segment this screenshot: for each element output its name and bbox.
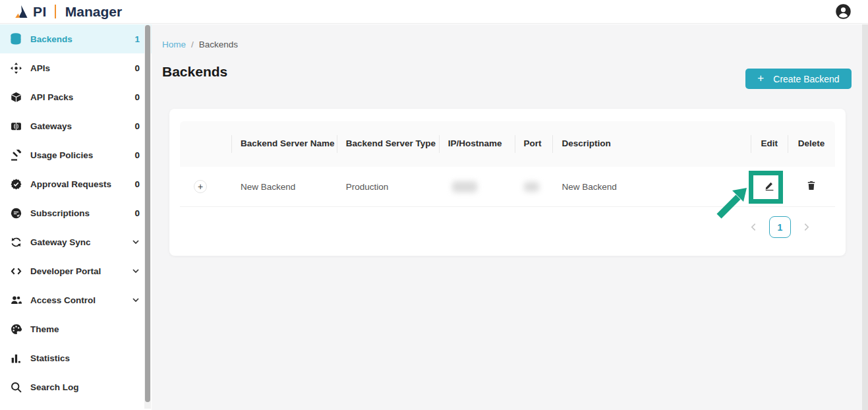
pagination-page-1[interactable]: 1 (769, 216, 791, 238)
badge-check-icon (10, 178, 22, 190)
column-port: Port (515, 121, 553, 167)
bar-chart-icon (10, 352, 22, 364)
column-backend-server-name: Backend Server Name (231, 121, 337, 167)
app-logo: PI Manager (14, 4, 122, 20)
sidebar-item-approval-requests[interactable]: Approval Requests 0 (0, 169, 152, 198)
pagination-prev-button[interactable] (749, 223, 758, 231)
sidebar-item-statistics[interactable]: Statistics (0, 343, 152, 372)
cell-description: New Backend (552, 182, 751, 192)
column-expand (180, 121, 231, 167)
top-header: PI Manager (0, 0, 868, 24)
sidebar-item-count: 0 (134, 92, 140, 102)
pagination: 1 (180, 216, 835, 238)
page-scrollbar-track[interactable] (862, 24, 868, 410)
breadcrumb-separator: / (191, 40, 194, 49)
sidebar-item-search-log[interactable]: Search Log (0, 372, 152, 401)
logo-divider (55, 5, 56, 18)
redacted-port-blur (524, 182, 539, 192)
sidebar-item-gateways[interactable]: Gateways 0 (0, 111, 152, 140)
sidebar-item-count: 0 (134, 121, 140, 131)
sidebar-item-theme[interactable]: Theme (0, 314, 152, 343)
main-content: Home / Backends Backends + Create Backen… (152, 24, 868, 410)
sidebar-item-count: 0 (134, 208, 140, 218)
edit-button[interactable] (761, 177, 778, 196)
sidebar-item-label: API Packs (30, 92, 73, 102)
cell-backend-server-name: New Backend (231, 182, 337, 192)
sidebar-item-label: Gateway Sync (30, 237, 91, 247)
sidebar-item-subscriptions[interactable]: Subscriptions 0 (0, 198, 152, 227)
sidebar-item-api-packs[interactable]: API Packs 0 (0, 82, 152, 111)
sidebar-scrollbar-thumb[interactable] (145, 25, 150, 402)
apis-move-icon (10, 62, 22, 74)
sidebar-item-apis[interactable]: APIs 0 (0, 53, 152, 82)
backends-table-card: Backend Server Name Backend Server Type … (169, 109, 846, 256)
search-icon (10, 381, 22, 393)
package-icon (10, 91, 22, 103)
pencil-icon (764, 180, 775, 193)
user-avatar-icon[interactable] (835, 3, 852, 20)
delete-button[interactable] (803, 177, 819, 196)
trash-icon (806, 180, 817, 193)
sidebar-scrollbar-track[interactable] (144, 25, 151, 409)
column-backend-server-type: Backend Server Type (337, 121, 439, 167)
sidebar-item-usage-policies[interactable]: Usage Policies 0 (0, 140, 152, 169)
sidebar-item-label: Search Log (30, 382, 79, 392)
chevron-down-icon (132, 267, 140, 275)
cell-backend-server-type: Production (337, 182, 439, 192)
sidebar-item-label: APIs (30, 63, 50, 73)
breadcrumb-current: Backends (199, 40, 238, 49)
sidebar-item-count: 0 (134, 179, 140, 189)
sidebar-item-label: Statistics (30, 353, 70, 363)
column-delete: Delete (788, 121, 835, 167)
sidebar-item-gateway-sync[interactable]: Gateway Sync (0, 227, 152, 256)
cell-ip-hostname (439, 181, 515, 192)
breadcrumb-home-link[interactable]: Home (162, 40, 186, 49)
sidebar-item-label: Access Control (30, 295, 96, 305)
column-description: Description (552, 121, 751, 167)
sidebar-item-label: Subscriptions (30, 208, 90, 218)
cell-port (515, 182, 553, 192)
palette-icon (10, 323, 22, 335)
column-edit: Edit (751, 121, 788, 167)
sidebar-item-label: Developer Portal (30, 266, 101, 276)
sidebar-item-count: 0 (134, 150, 140, 160)
create-backend-button[interactable]: + Create Backend (745, 69, 852, 89)
sidebar-item-count: 0 (134, 63, 140, 73)
logo-text-manager: Manager (65, 4, 122, 20)
subscription-icon (10, 207, 22, 219)
plus-icon: + (757, 73, 764, 84)
chevron-down-icon (132, 238, 140, 246)
pagination-next-button[interactable] (802, 223, 811, 231)
chevron-down-icon (132, 296, 140, 304)
redacted-ip-blur (452, 181, 477, 192)
sync-icon (10, 236, 22, 248)
table-row: + New Backend Production New Backend (180, 167, 835, 207)
expand-row-button[interactable]: + (194, 180, 207, 193)
sidebar-item-access-control[interactable]: Access Control (0, 285, 152, 314)
code-icon (10, 265, 22, 277)
sidebar-item-label: Usage Policies (30, 150, 93, 160)
sidebar-item-backends[interactable]: Backends 1 (0, 24, 152, 53)
breadcrumb: Home / Backends (162, 40, 238, 49)
database-icon (10, 33, 22, 45)
sidebar-item-label: Gateways (30, 121, 72, 131)
sidebar-item-label: Theme (30, 324, 59, 334)
sidebar-item-count: 1 (134, 34, 140, 44)
sidebar-item-label: Backends (30, 34, 72, 44)
sidebar-item-developer-portal[interactable]: Developer Portal (0, 256, 152, 285)
table-header-row: Backend Server Name Backend Server Type … (180, 121, 835, 167)
create-backend-label: Create Backend (773, 74, 839, 84)
logo-a-icon (14, 5, 28, 18)
page-title: Backends (162, 64, 227, 80)
sidebar-nav: Backends 1 APIs 0 API Packs 0 (0, 24, 152, 410)
gavel-icon (10, 149, 22, 161)
gateway-icon (10, 120, 22, 132)
column-ip-hostname: IP/Hostname (439, 121, 515, 167)
people-icon (10, 294, 22, 306)
logo-text-api: PI (33, 4, 47, 20)
sidebar-item-label: Approval Requests (30, 179, 111, 189)
